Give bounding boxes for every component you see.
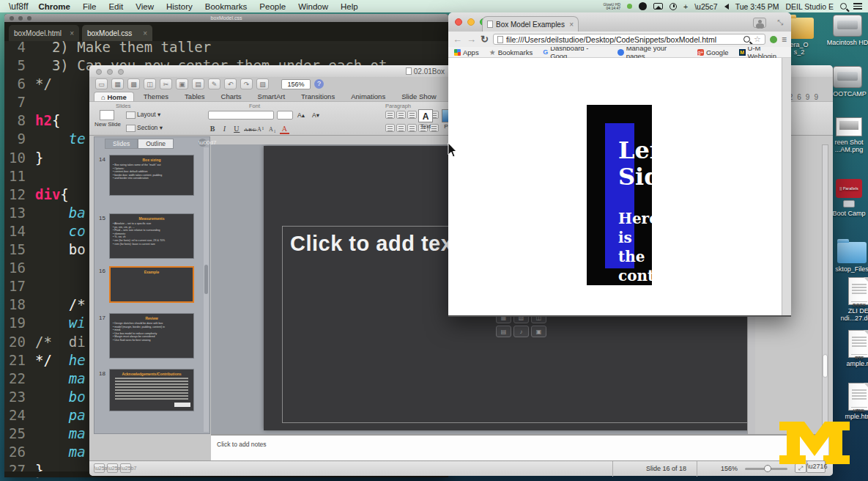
status-dot-icon[interactable] — [627, 4, 632, 9]
slideshow-view-icon[interactable]: \u25b7 — [120, 463, 131, 473]
ppt-toolbar-icon-4[interactable]: ✂ — [160, 78, 172, 89]
editor-traffic-lights[interactable] — [10, 16, 31, 21]
ppt-toolbar-icon-1[interactable]: ▦ — [111, 78, 124, 89]
align-center-icon[interactable] — [396, 124, 406, 132]
ppt-traffic-lights[interactable] — [96, 69, 124, 75]
notification-center-icon[interactable] — [853, 3, 862, 10]
menu-chrome[interactable]: Chrome — [38, 2, 70, 11]
numbered-list-icon[interactable] — [396, 111, 406, 119]
zoom-slider-knob[interactable] — [764, 465, 771, 472]
chrome-menu-icon[interactable]: ≡ — [782, 34, 787, 45]
grow-font-button[interactable]: A▴ — [297, 111, 305, 119]
accessibility-icon[interactable]: + — [683, 2, 688, 11]
desktop-icon-sktop_Files[interactable]: sktop_Files — [831, 242, 868, 273]
ppt-zoom-box[interactable]: 156% — [281, 79, 311, 89]
normal-view-icon[interactable]: \u25a7 — [94, 463, 105, 473]
panel-tab-outline[interactable]: Outline — [138, 139, 174, 149]
ribbon-tab-charts[interactable]: Charts — [215, 92, 248, 101]
reload-button[interactable]: ↻ — [481, 33, 489, 46]
sorter-view-icon[interactable]: \u25a6 — [107, 463, 118, 473]
ribbon-tab-home[interactable]: ⌂ Home — [94, 92, 134, 101]
font-color-button[interactable]: A — [280, 125, 289, 134]
ribbon-tab-smartart[interactable]: SmartArt — [251, 92, 292, 101]
bullet-list-icon[interactable] — [385, 111, 395, 119]
ribbon-tab-themes[interactable]: Themes — [137, 92, 175, 101]
placeholder-text[interactable]: Click to add text — [290, 232, 461, 256]
spotlight-icon[interactable] — [840, 3, 847, 10]
font-style-buttons[interactable]: B I U ABC A¹ A₁ A — [208, 125, 289, 134]
panel-tab-slides[interactable]: Slides — [105, 139, 138, 149]
address-bar[interactable]: file:///Users/deilstudioe/Desktop/CodeSn… — [493, 34, 765, 45]
tab-close-icon[interactable]: × — [569, 21, 574, 29]
ppt-toolbar-icon-0[interactable]: ▭ — [95, 78, 108, 89]
menu-edit[interactable]: Edit — [108, 2, 123, 11]
menu-help[interactable]: Help — [341, 2, 358, 11]
slide-thumbnail-15[interactable]: Measurements• Absolute – set to a specif… — [109, 213, 194, 259]
shrink-font-button[interactable]: A▾ — [312, 111, 319, 119]
time-machine-icon[interactable] — [669, 3, 677, 10]
profile-icon[interactable] — [753, 18, 766, 28]
new-slide-button[interactable]: New Slide — [94, 110, 122, 128]
desktop-icon-mple.html[interactable]: HTMLmple.html — [838, 383, 868, 420]
underline-button[interactable]: U — [232, 125, 242, 133]
panel-scrollbar[interactable] — [204, 147, 209, 432]
editor-titlebar[interactable]: boxModel.css — [4, 14, 448, 22]
window-resize-icon[interactable]: ⤡ — [775, 18, 785, 28]
ppt-toolbar-icon-10[interactable]: ▨ — [256, 78, 269, 89]
bookmark-apps[interactable]: Apps — [454, 48, 479, 56]
subscript-button[interactable]: A₁ — [268, 126, 278, 133]
volume-icon[interactable] — [724, 4, 729, 10]
code-line-4[interactable]: 4 2) Make them taller — [4, 38, 448, 56]
insert-content-icon-4[interactable]: ♪ — [513, 326, 529, 337]
zoom-slider[interactable] — [745, 468, 787, 470]
menu-window[interactable]: Window — [298, 2, 328, 11]
menu-view[interactable]: View — [136, 2, 154, 11]
browser-scrollbar[interactable] — [782, 58, 791, 315]
minimize-button[interactable] — [467, 18, 475, 26]
slide-thumbnail-18[interactable]: Acknowledgements/Contributions — [109, 369, 194, 411]
airplay-icon[interactable] — [653, 3, 663, 10]
ribbon-tab-transitions[interactable]: Transitions — [294, 92, 341, 101]
align-left-icon[interactable] — [385, 124, 395, 132]
layout-button[interactable]: Layout ▾ — [126, 111, 160, 119]
superscript-button[interactable]: A¹ — [256, 126, 266, 133]
forward-button[interactable]: → — [467, 33, 476, 46]
strikethrough-button[interactable]: ABC — [244, 127, 253, 133]
insert-content-icon-3[interactable]: ▤ — [496, 326, 511, 337]
desktop-icon-reen Shot[interactable]: reen Shot...AM.png — [828, 117, 868, 153]
slide-thumbnail-14[interactable]: Box sizing• Box sizing takes some of the… — [109, 155, 194, 196]
ribbon-tab-slide-show[interactable]: Slide Show — [395, 92, 443, 101]
desktop-icon-ample.rtf[interactable]: RTFample.rtf — [838, 330, 868, 367]
font-size-field[interactable] — [277, 111, 293, 120]
text-box-button[interactable]: A Text — [416, 109, 435, 130]
video-expand-button[interactable]: \u2716 — [806, 460, 826, 473]
panel-close-icon[interactable]: \u00d7 — [199, 139, 207, 147]
ribbon-tab-animations[interactable]: Animations — [344, 92, 392, 101]
ribbon-tab-tables[interactable]: Tables — [178, 92, 211, 101]
view-buttons[interactable]: \u25a7\u25a6\u25b7 — [94, 463, 131, 473]
menu-history[interactable]: History — [166, 2, 193, 11]
tab-close-icon[interactable]: × — [70, 29, 74, 37]
insert-content-icon-5[interactable]: ▣ — [531, 326, 546, 337]
extension-icon[interactable] — [770, 36, 777, 43]
close-button[interactable] — [455, 18, 462, 26]
bookmark-star-icon[interactable]: ☆ — [754, 34, 761, 44]
bookmark-bookmarks[interactable]: ★Bookmarks — [489, 48, 533, 56]
app-status-icon[interactable] — [639, 2, 647, 10]
search-icon[interactable] — [743, 36, 750, 43]
user-menu[interactable]: DEIL Studio E — [785, 2, 834, 11]
menu-bookmarks[interactable]: Bookmarks — [205, 2, 248, 11]
help-icon[interactable]: ? — [314, 79, 324, 89]
window-scrollbar[interactable] — [822, 144, 828, 434]
apple-menu-icon[interactable]: \uf8ff — [9, 1, 28, 12]
url-text[interactable]: file:///Users/deilstudioe/Desktop/CodeSn… — [506, 35, 716, 44]
menubar-clock[interactable]: Tue 3:45 PM — [735, 2, 779, 11]
back-button[interactable]: ← — [453, 33, 462, 46]
section-button[interactable]: Section ▾ — [126, 124, 163, 132]
ppt-toolbar-icon-7[interactable]: ✎ — [208, 78, 220, 89]
desktop-icon-ZLI DEI[interactable]: DOCXZLI DEIndi...27.docx — [838, 277, 868, 322]
bookmark-google[interactable]: g+Google — [697, 48, 729, 56]
slide-thumbnail-17[interactable]: Review• Design sketches should be done w… — [109, 313, 194, 359]
ppt-toolbar-icon-9[interactable]: ↷ — [240, 78, 253, 89]
slide-thumbnail-16[interactable]: Example — [109, 266, 194, 303]
